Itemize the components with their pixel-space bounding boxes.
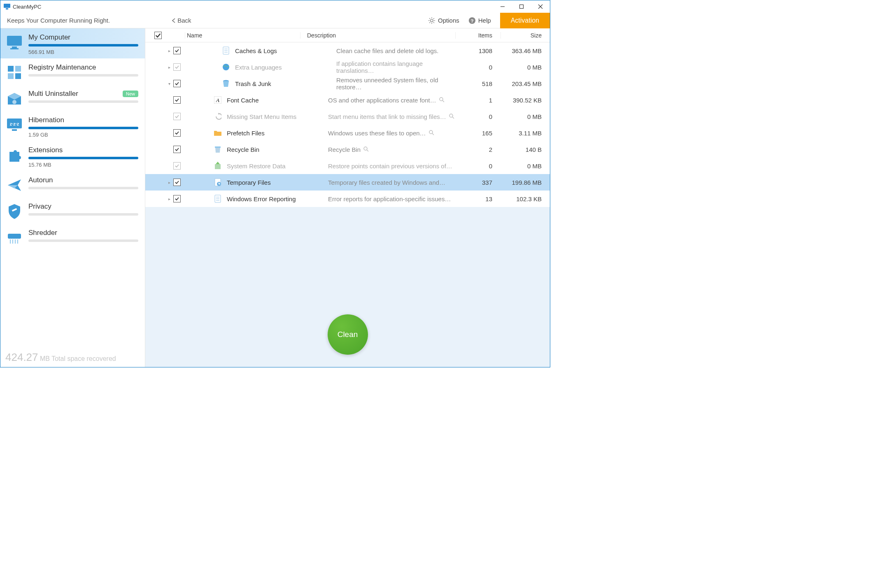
table-row[interactable]: Recycle BinRecycle Bin 2140 B — [145, 141, 550, 158]
registry-icon — [5, 63, 23, 81]
rows-container: ▸Caches & LogsClean cache files and dele… — [145, 42, 550, 207]
search-icon[interactable] — [363, 146, 369, 153]
row-checkbox[interactable] — [173, 179, 181, 186]
search-icon[interactable] — [449, 113, 454, 120]
svg-rect-29 — [12, 129, 17, 131]
row-items: 165 — [455, 130, 501, 137]
sleep-icon: z·z·z — [5, 116, 23, 134]
row-checkbox[interactable] — [173, 146, 181, 153]
table-row[interactable]: Missing Start Menu ItemsStart menu items… — [145, 108, 550, 125]
header-checkbox[interactable] — [154, 32, 162, 39]
missing-icon — [212, 113, 223, 120]
globe-icon — [220, 63, 232, 71]
search-icon[interactable] — [428, 130, 434, 137]
expand-arrow-icon[interactable]: ▾ — [165, 81, 173, 86]
row-description: Temporary files created by Windows and… — [328, 179, 455, 186]
minimize-button[interactable] — [493, 0, 512, 13]
help-button[interactable]: ? Help — [468, 17, 491, 24]
back-button[interactable]: Back — [172, 17, 191, 24]
row-name: Font Cache — [227, 97, 328, 104]
font-icon: A — [212, 96, 223, 104]
row-size: 0 MB — [501, 163, 550, 170]
gear-icon — [428, 17, 435, 24]
plane-icon — [5, 176, 23, 194]
row-items: 1 — [455, 97, 501, 104]
sidebar-item-hibernation[interactable]: z·z·zHibernation1.59 GB — [0, 111, 145, 141]
row-items: 0 — [455, 163, 501, 170]
expand-arrow-icon[interactable]: ▸ — [165, 197, 173, 201]
col-size[interactable]: Size — [501, 32, 550, 39]
svg-line-50 — [452, 117, 454, 119]
sidebar-item-shredder[interactable]: Shredder — [0, 224, 145, 250]
row-size: 199.86 MB — [501, 179, 550, 186]
table-row[interactable]: ▸Caches & LogsClean cache files and dele… — [145, 42, 550, 59]
row-items: 2 — [455, 146, 501, 153]
row-checkbox[interactable] — [173, 129, 181, 137]
row-items: 518 — [455, 80, 501, 87]
table-row[interactable]: ▸Windows Error ReportingError reports fo… — [145, 191, 550, 207]
window-controls — [493, 0, 550, 13]
options-button[interactable]: Options — [428, 17, 459, 24]
monitor-icon — [5, 33, 23, 51]
close-button[interactable] — [531, 0, 550, 13]
table-row[interactable]: Prefetch FilesWindows uses these files t… — [145, 125, 550, 141]
row-checkbox[interactable] — [173, 63, 181, 71]
content-panel: Name Description Items Size ▸Caches & Lo… — [145, 28, 550, 367]
table-row[interactable]: ▾Trash & JunkRemoves unneeded System fil… — [145, 75, 550, 92]
row-description: Restore points contain previous versions… — [328, 163, 455, 170]
sidebar-item-privacy[interactable]: Privacy — [0, 198, 145, 224]
clean-label: Clean — [338, 330, 358, 339]
svg-point-51 — [429, 130, 433, 134]
sidebar-item-registry-maintenance[interactable]: Registry Maintenance — [0, 58, 145, 85]
progress-bar — [28, 157, 138, 159]
table-row[interactable]: ▸Temporary FilesTemporary files created … — [145, 174, 550, 191]
toolbar: Keeps Your Computer Running Right. Back … — [0, 13, 550, 28]
temp-icon — [212, 178, 223, 186]
row-description: If application contains language transla… — [336, 60, 455, 74]
app-title: CleanMyPC — [13, 4, 41, 10]
svg-rect-17 — [7, 36, 22, 46]
expand-arrow-icon[interactable]: ▸ — [165, 180, 173, 185]
svg-point-46 — [440, 98, 443, 101]
activation-button[interactable]: Activation — [500, 13, 550, 28]
trash-icon — [220, 79, 232, 88]
svg-rect-61 — [219, 184, 220, 184]
row-items: 1308 — [455, 47, 501, 54]
clean-button[interactable]: Clean — [328, 314, 368, 355]
row-size: 390.52 KB — [501, 97, 550, 104]
row-description: Clean cache files and delete old logs. — [336, 47, 455, 54]
table-row[interactable]: ▸Extra LanguagesIf application contains … — [145, 59, 550, 75]
col-items[interactable]: Items — [455, 32, 501, 39]
expand-arrow-icon[interactable]: ▸ — [165, 49, 173, 53]
maximize-button[interactable] — [512, 0, 531, 13]
puzzle-icon — [5, 146, 23, 164]
table-row[interactable]: System Restore DataRestore points contai… — [145, 158, 550, 174]
row-checkbox[interactable] — [173, 96, 181, 104]
sidebar-item-my-computer[interactable]: My Computer566.91 MB — [0, 28, 145, 58]
row-checkbox[interactable] — [173, 47, 181, 54]
sidebar-item-label: Shredder — [28, 229, 57, 237]
search-icon[interactable] — [439, 97, 445, 104]
sidebar-item-autorun[interactable]: Autorun — [0, 171, 145, 198]
row-description: OS and other applications create font… — [328, 97, 455, 104]
expand-arrow-icon[interactable]: ▸ — [165, 65, 173, 70]
row-checkbox[interactable] — [173, 113, 181, 120]
col-description[interactable]: Description — [300, 32, 455, 39]
table-row[interactable]: AFont CacheOS and other applications cre… — [145, 92, 550, 108]
row-checkbox[interactable] — [173, 162, 181, 170]
restore-icon — [212, 162, 223, 170]
row-size: 363.46 MB — [501, 47, 550, 54]
row-checkbox[interactable] — [173, 80, 181, 87]
svg-text:?: ? — [470, 18, 473, 23]
svg-line-12 — [433, 22, 434, 23]
titlebar: CleanMyPC — [0, 0, 550, 13]
sidebar-item-label: Registry Maintenance — [28, 63, 96, 72]
svg-line-55 — [367, 150, 368, 151]
col-name[interactable]: Name — [185, 32, 300, 39]
row-checkbox[interactable] — [173, 195, 181, 202]
sidebar-item-label: Privacy — [28, 202, 51, 211]
svg-line-11 — [429, 18, 430, 19]
sidebar-item-multi-uninstaller[interactable]: Multi UninstallerNew — [0, 85, 145, 111]
sidebar-item-extensions[interactable]: Extensions15.76 MB — [0, 141, 145, 171]
recovered-unit: MB Total space recovered — [40, 355, 116, 362]
